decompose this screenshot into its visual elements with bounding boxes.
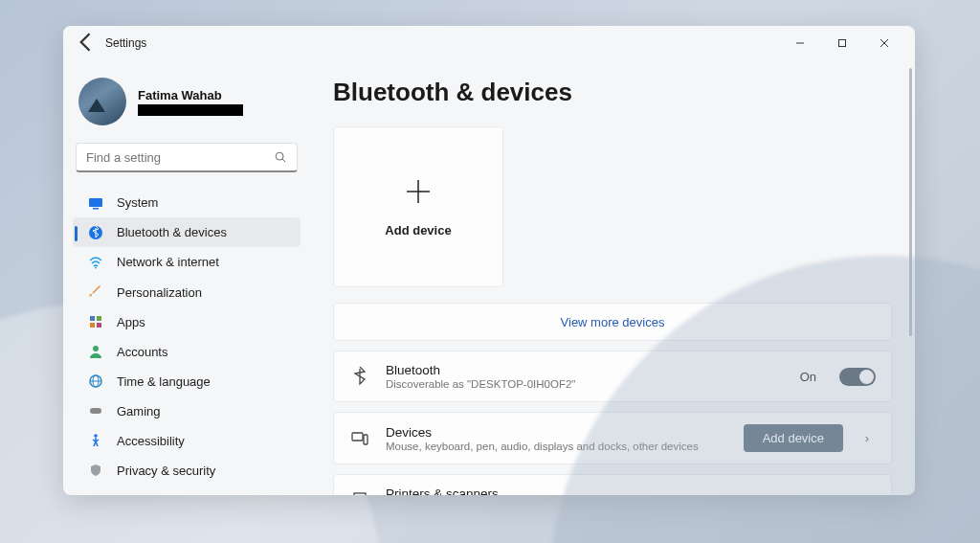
sidebar-nav: System Bluetooth & devices Network & int… <box>73 188 301 486</box>
sidebar-item-label: Privacy & security <box>117 464 215 478</box>
sidebar-item-label: Time & language <box>117 374 211 389</box>
chevron-right-icon: › <box>858 431 876 445</box>
bluetooth-toggle[interactable] <box>839 368 876 386</box>
sidebar-item-accessibility[interactable]: Accessibility <box>73 426 301 456</box>
profile-email-redacted <box>138 104 243 116</box>
add-device-button[interactable]: Add device <box>744 424 843 452</box>
system-icon <box>88 195 103 211</box>
window-title: Settings <box>105 36 146 50</box>
bluetooth-subtitle: Discoverable as "DESKTOP-0IH0OF2" <box>386 378 785 390</box>
settings-window: Settings Fatima Wahab <box>63 26 915 495</box>
svg-rect-23 <box>364 435 368 444</box>
plus-icon <box>404 177 433 206</box>
svg-rect-18 <box>90 408 101 414</box>
sidebar-item-accounts[interactable]: Accounts <box>73 337 301 367</box>
add-device-tile[interactable]: Add device <box>333 126 503 287</box>
shield-icon <box>88 463 103 478</box>
close-button[interactable] <box>863 30 905 57</box>
view-more-label: View more devices <box>561 315 665 329</box>
svg-rect-24 <box>354 493 366 495</box>
devices-title: Devices <box>386 425 728 440</box>
sidebar-item-label: Personalization <box>117 285 202 300</box>
sidebar-item-privacy[interactable]: Privacy & security <box>73 456 301 486</box>
maximize-button[interactable] <box>821 30 863 57</box>
svg-rect-12 <box>90 323 95 328</box>
sidebar-item-system[interactable]: System <box>73 188 301 217</box>
scrollbar[interactable] <box>909 68 912 336</box>
bluetooth-state-label: On <box>800 370 816 384</box>
svg-rect-11 <box>97 316 101 321</box>
sidebar-item-label: Bluetooth & devices <box>117 225 227 239</box>
svg-rect-6 <box>89 198 102 207</box>
gamepad-icon <box>88 403 103 419</box>
sidebar-item-label: Gaming <box>117 404 161 419</box>
search-icon <box>274 150 287 164</box>
devices-subtitle: Mouse, keyboard, pen, audio, displays an… <box>386 441 728 452</box>
wifi-icon <box>88 255 103 270</box>
view-more-devices-link[interactable]: View more devices <box>333 303 892 341</box>
page-title: Bluetooth & devices <box>333 78 892 107</box>
apps-icon <box>88 314 103 329</box>
svg-rect-7 <box>93 208 99 210</box>
avatar <box>78 78 126 125</box>
sidebar-item-gaming[interactable]: Gaming <box>73 396 301 426</box>
svg-rect-10 <box>90 316 95 321</box>
printers-card[interactable]: Printers & scanners Preferences, trouble… <box>333 474 892 495</box>
brush-icon <box>88 284 103 300</box>
window-controls <box>779 30 905 57</box>
svg-point-19 <box>94 435 98 439</box>
profile-block[interactable]: Fatima Wahab <box>73 60 301 143</box>
svg-line-5 <box>282 159 285 162</box>
bluetooth-card: Bluetooth Discoverable as "DESKTOP-0IH0O… <box>333 351 892 402</box>
sidebar-item-label: Accessibility <box>117 434 185 448</box>
svg-rect-22 <box>352 433 363 441</box>
svg-point-4 <box>276 152 283 160</box>
svg-point-9 <box>95 266 97 268</box>
svg-point-14 <box>93 346 99 351</box>
search-box[interactable] <box>76 143 298 172</box>
sidebar-item-label: System <box>117 195 158 210</box>
search-input[interactable] <box>86 150 274 165</box>
back-button[interactable] <box>73 29 100 58</box>
sidebar-item-personalization[interactable]: Personalization <box>73 278 301 307</box>
sidebar-item-label: Network & internet <box>117 255 219 269</box>
sidebar: Fatima Wahab System Bluetooth & devices <box>63 60 310 495</box>
devices-icon <box>349 428 370 449</box>
chevron-right-icon: › <box>858 493 876 496</box>
accessibility-icon <box>88 433 103 448</box>
sidebar-item-apps[interactable]: Apps <box>73 307 301 337</box>
titlebar: Settings <box>63 26 915 60</box>
svg-rect-13 <box>97 323 101 328</box>
add-device-tile-label: Add device <box>385 223 451 238</box>
devices-card[interactable]: Devices Mouse, keyboard, pen, audio, dis… <box>333 412 892 464</box>
minimize-button[interactable] <box>779 30 821 57</box>
sidebar-item-network[interactable]: Network & internet <box>73 247 301 277</box>
sidebar-item-label: Apps <box>117 315 145 329</box>
person-icon <box>88 344 103 359</box>
printer-icon <box>349 489 370 495</box>
bluetooth-icon <box>349 366 370 387</box>
globe-icon <box>88 373 103 389</box>
bluetooth-title: Bluetooth <box>386 363 785 377</box>
sidebar-item-label: Accounts <box>117 345 167 359</box>
main-content: Bluetooth & devices Add device View more… <box>310 60 915 495</box>
printers-title: Printers & scanners <box>386 486 843 495</box>
sidebar-item-time-language[interactable]: Time & language <box>73 367 301 396</box>
sidebar-item-bluetooth-devices[interactable]: Bluetooth & devices <box>73 217 301 247</box>
bluetooth-icon <box>88 225 103 240</box>
svg-rect-1 <box>839 40 846 47</box>
profile-name: Fatima Wahab <box>138 88 243 102</box>
